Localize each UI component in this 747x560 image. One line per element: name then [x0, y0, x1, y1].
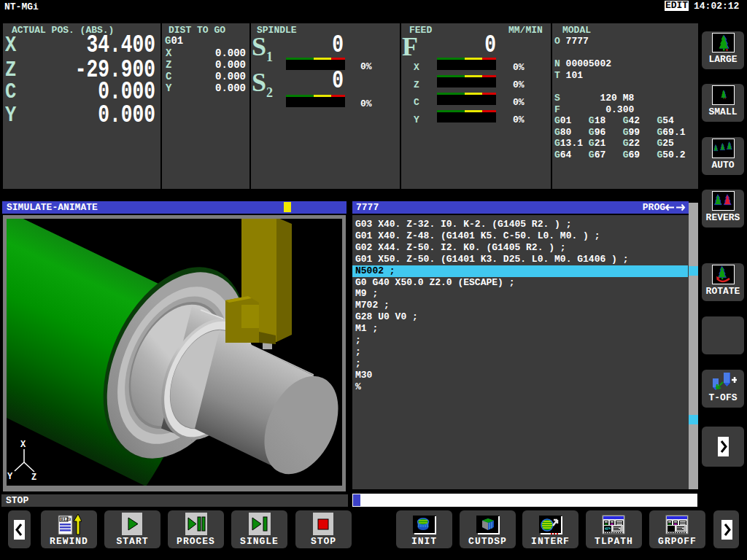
- svg-text:X: X: [20, 440, 26, 450]
- svg-text:0123: 0123: [61, 517, 71, 522]
- svg-text:Z: Z: [31, 472, 36, 483]
- svg-text:Y: Y: [7, 472, 13, 482]
